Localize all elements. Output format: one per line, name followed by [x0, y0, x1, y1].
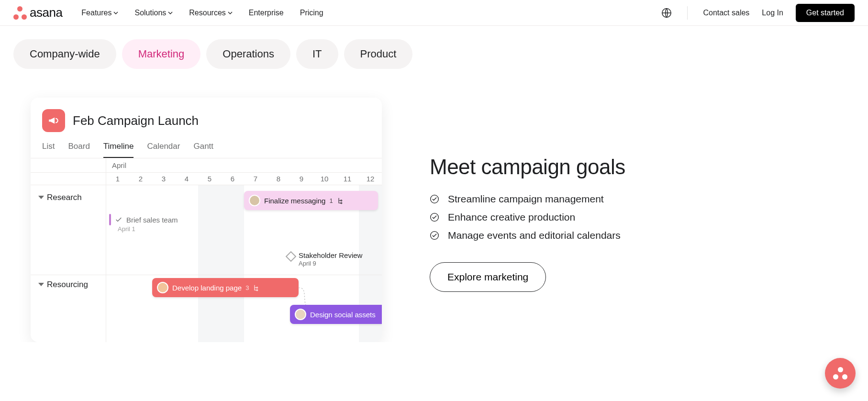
subtask-icon	[337, 197, 345, 204]
view-board[interactable]: Board	[68, 138, 89, 158]
explore-marketing-button[interactable]: Explore marketing	[430, 262, 546, 292]
task-design-social-assets[interactable]: Design social assets	[290, 305, 382, 324]
nav-right: Contact sales Log In Get started	[661, 4, 855, 22]
timeline-lane[interactable]: Develop landing page 3 Design social ass…	[106, 275, 382, 342]
task-finalize-messaging[interactable]: Finalize messaging 1	[244, 191, 378, 210]
day-cell: 12	[359, 173, 382, 185]
subtask-count: 1	[329, 197, 333, 204]
promo-bullet: Manage events and editorial calendars	[430, 230, 625, 241]
tab-operations[interactable]: Operations	[206, 39, 290, 69]
day-cell: 6	[221, 173, 244, 185]
avatar	[157, 282, 168, 293]
globe-icon[interactable]	[661, 8, 672, 18]
tab-company-wide[interactable]: Company-wide	[13, 39, 116, 69]
task-label: Design social assets	[310, 311, 376, 319]
svg-point-2	[341, 202, 342, 204]
svg-point-1	[341, 200, 342, 201]
day-cell: 4	[175, 173, 198, 185]
task-date: April 1	[118, 225, 135, 233]
get-started-button[interactable]: Get started	[796, 4, 855, 22]
section-label[interactable]: Research	[31, 185, 106, 202]
check-circle-icon	[430, 231, 439, 240]
chevron-down-icon	[228, 11, 233, 15]
project-header: Feb Campaign Launch	[31, 98, 382, 138]
section-resourcing: Resourcing Develop landing page 3	[31, 275, 382, 342]
timeline-body: Research Finalize messaging 1	[31, 185, 382, 342]
tab-marketing[interactable]: Marketing	[122, 39, 201, 69]
nav-enterprise[interactable]: Enterprise	[249, 9, 284, 17]
view-tabs: List Board Timeline Calendar Gantt	[31, 138, 382, 158]
task-label: Brief sales team	[126, 216, 178, 224]
milestone-stakeholder-review[interactable]: Stakeholder Review April 9	[287, 251, 362, 267]
log-in-link[interactable]: Log In	[762, 9, 783, 17]
logo[interactable]: asana	[13, 5, 62, 20]
day-cell: 7	[244, 173, 267, 185]
check-circle-icon	[430, 194, 439, 204]
tab-product[interactable]: Product	[344, 39, 413, 69]
view-calendar[interactable]: Calendar	[147, 138, 180, 158]
caret-down-icon	[38, 283, 44, 286]
task-brief-sales-team[interactable]: Brief sales team April 1	[109, 214, 178, 225]
day-cell: 3	[152, 173, 175, 185]
day-cell: 1	[106, 173, 129, 185]
milestone-label: Stakeholder Review	[299, 251, 362, 260]
month-header: April	[31, 158, 382, 173]
day-cell: 9	[290, 173, 313, 185]
day-cell: 11	[336, 173, 359, 185]
check-icon	[115, 216, 122, 223]
section-research: Research Finalize messaging 1	[31, 185, 382, 275]
check-circle-icon	[430, 212, 439, 222]
tab-it[interactable]: IT	[296, 39, 338, 69]
milestone-date: April 9	[299, 260, 362, 267]
megaphone-icon	[42, 109, 65, 132]
chevron-down-icon	[113, 11, 118, 15]
promo-headline: Meet campaign goals	[430, 155, 625, 179]
task-label: Develop landing page	[172, 284, 242, 292]
avatar	[249, 195, 260, 206]
nav-resources[interactable]: Resources	[189, 9, 232, 17]
view-gantt[interactable]: Gantt	[193, 138, 213, 158]
task-develop-landing-page[interactable]: Develop landing page 3	[152, 278, 299, 297]
asana-logo-icon	[13, 6, 27, 20]
nav-pricing[interactable]: Pricing	[300, 9, 323, 17]
milestone-bar	[109, 214, 111, 225]
use-case-tabs: Company-wide Marketing Operations IT Pro…	[0, 26, 868, 69]
day-cell: 8	[267, 173, 290, 185]
nav-links: Features Solutions Resources Enterprise …	[81, 9, 323, 17]
view-list[interactable]: List	[42, 138, 55, 158]
divider	[687, 6, 688, 20]
view-timeline[interactable]: Timeline	[103, 138, 134, 158]
svg-point-3	[256, 287, 258, 289]
timeline-lane[interactable]: Finalize messaging 1 Brief sales team Ap…	[106, 185, 382, 275]
brand-name: asana	[30, 5, 62, 20]
svg-point-4	[256, 290, 258, 291]
nav-solutions[interactable]: Solutions	[134, 9, 173, 17]
promo-bullet: Enhance creative production	[430, 212, 625, 223]
nav-features[interactable]: Features	[81, 9, 118, 17]
promo-bullet: Streamline campaign management	[430, 193, 625, 205]
project-card: Feb Campaign Launch List Board Timeline …	[31, 98, 382, 342]
day-header: 1 2 3 4 5 6 7 8 9 10 11 12	[31, 173, 382, 185]
subtask-count: 3	[245, 284, 249, 291]
section-label[interactable]: Resourcing	[31, 275, 106, 290]
day-cell: 5	[198, 173, 221, 185]
promo-panel: Meet campaign goals Streamline campaign …	[430, 98, 625, 342]
diamond-icon	[286, 251, 297, 262]
top-nav: asana Features Solutions Resources Enter…	[0, 0, 868, 26]
promo-bullets: Streamline campaign management Enhance c…	[430, 193, 625, 241]
main-content: Feb Campaign Launch List Board Timeline …	[0, 98, 868, 342]
task-label: Finalize messaging	[264, 197, 325, 205]
chevron-down-icon	[168, 11, 173, 15]
subtask-icon	[253, 284, 260, 291]
contact-sales-link[interactable]: Contact sales	[703, 9, 749, 17]
caret-down-icon	[38, 196, 44, 199]
project-title: Feb Campaign Launch	[73, 113, 199, 128]
avatar	[295, 309, 306, 320]
day-cell: 10	[313, 173, 336, 185]
month-label: April	[106, 158, 126, 172]
day-cell: 2	[129, 173, 152, 185]
